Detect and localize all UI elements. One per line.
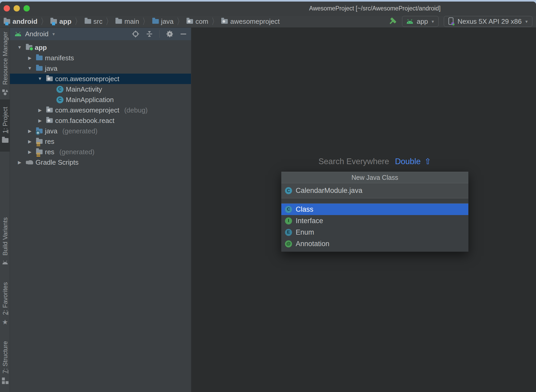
folder-icon <box>115 19 122 24</box>
tree-item-java[interactable]: ▼java <box>10 63 191 74</box>
tree-item-res[interactable]: ▶res(generated) <box>10 147 191 157</box>
breadcrumb-separator-icon: 〉 <box>210 16 219 27</box>
tree-item-app[interactable]: ▼app <box>10 42 191 53</box>
kind-item-enum[interactable]: EEnum <box>281 227 468 238</box>
breadcrumb-separator-icon: 〉 <box>39 16 48 27</box>
chevron-down-icon: ▼ <box>52 32 56 36</box>
android-icon <box>14 32 22 37</box>
expanded-arrow-icon[interactable]: ▼ <box>16 45 24 50</box>
breadcrumb-label: java <box>161 17 174 26</box>
collapsed-arrow-icon[interactable]: ▶ <box>26 55 34 61</box>
kind-item-annotation[interactable]: @Annotation <box>281 238 468 250</box>
interface-icon: I <box>285 217 292 224</box>
shift-key-icon: ⇧ <box>424 157 431 166</box>
device-select[interactable]: Nexus 5X API 29 x86 ▼ <box>444 16 532 27</box>
minimize-window-button[interactable] <box>14 5 20 11</box>
breadcrumb-item-com[interactable]: com <box>187 17 208 26</box>
hide-panel-minus-icon[interactable] <box>180 30 187 38</box>
kind-item-label: Class <box>296 205 313 213</box>
project-view-value: Android <box>25 30 49 38</box>
tree-item-com-awesomeproject[interactable]: ▶com.awesomeproject(debug) <box>10 105 191 115</box>
tree-item-label: Gradle Scripts <box>36 158 79 167</box>
tree-item-java[interactable]: ▶✻java(generated) <box>10 126 191 136</box>
breadcrumb-item-src[interactable]: src <box>85 17 103 26</box>
tree-item-com-awesomeproject[interactable]: ▼com.awesomeproject <box>10 74 191 84</box>
settings-gear-icon[interactable] <box>166 30 174 38</box>
tree-item-label: res <box>45 138 54 146</box>
class-icon: C <box>285 206 292 213</box>
tool-window-label: 7: Structure <box>1 341 9 373</box>
expanded-arrow-icon[interactable]: ▼ <box>26 66 34 71</box>
project-view-selector[interactable]: Android ▼ <box>14 30 55 38</box>
tree-item-label: manifests <box>45 54 74 62</box>
tree-item-gradle-scripts[interactable]: ▶Gradle Scripts <box>10 157 191 168</box>
breadcrumb-item-java[interactable]: java <box>152 17 174 26</box>
tree-item-label: com.awesomeproject <box>55 106 119 114</box>
project-folder-icon <box>2 138 8 143</box>
breadcrumb-item-awesomeproject[interactable]: awesomeproject <box>221 17 279 26</box>
search-shortcut-text: Double <box>395 157 421 166</box>
screen: AwesomeProject [~/src/AwesomeProject/and… <box>0 0 536 392</box>
collapsed-arrow-icon[interactable]: ▶ <box>26 149 34 155</box>
tool-window-label: 2: Favorites <box>1 282 9 315</box>
tree-item-label: app <box>35 44 47 52</box>
breadcrumb-label: main <box>124 17 139 26</box>
zoom-window-button[interactable] <box>24 5 30 11</box>
tree-item-label: MainActivity <box>66 85 102 93</box>
run-toolbar: app ▼ Nexus 5X API 29 x86 ▼ <box>388 16 532 27</box>
folder-blue-icon <box>36 66 43 71</box>
kind-item-interface[interactable]: IInterface <box>281 215 468 227</box>
collapse-all-icon[interactable] <box>146 30 153 38</box>
traffic-lights <box>4 5 30 11</box>
locate-file-icon[interactable] <box>132 30 139 38</box>
folder-icon <box>1 136 9 144</box>
collapsed-arrow-icon[interactable]: ▶ <box>26 128 34 134</box>
class-name-input[interactable]: C CalendarModule.java <box>281 183 468 198</box>
folder-blue-icon <box>152 19 159 24</box>
project-panel-header: Android ▼ <box>10 28 191 40</box>
folder-mod-icon <box>4 19 10 24</box>
breadcrumb-item-android[interactable]: android <box>4 17 37 26</box>
tree-item-hint: (generated) <box>59 148 94 156</box>
tree-item-mainactivity[interactable]: CMainActivity <box>10 84 191 94</box>
window-title: AwesomeProject [~/src/AwesomeProject/and… <box>309 5 440 12</box>
tree-item-com-facebook-react[interactable]: ▶com.facebook.react <box>10 115 191 126</box>
tool-window-button-resource-manager[interactable]: Resource Manager <box>0 28 10 99</box>
app-window: AwesomeProject [~/src/AwesomeProject/and… <box>0 2 536 392</box>
tree-item-res[interactable]: ▶res <box>10 136 191 147</box>
class-icon: C <box>285 187 292 194</box>
breadcrumb-separator-icon: 〉 <box>176 16 184 27</box>
breadcrumb-item-main[interactable]: main <box>115 17 139 26</box>
folder-pkg-icon <box>46 108 53 112</box>
enum-icon: E <box>285 229 292 236</box>
tool-window-button-7-structure[interactable]: 7: Structure <box>0 333 10 392</box>
tree-item-hint: (debug) <box>124 106 148 114</box>
folder-gen-icon: ✻ <box>36 129 43 133</box>
collapsed-arrow-icon[interactable]: ▶ <box>36 108 44 113</box>
popup-title: New Java Class <box>351 174 398 181</box>
build-hammer-icon[interactable] <box>388 17 397 26</box>
collapsed-arrow-icon[interactable]: ▶ <box>26 139 34 144</box>
tree-item-mainapplication[interactable]: CMainApplication <box>10 94 191 105</box>
run-configuration-select[interactable]: app ▼ <box>402 16 439 27</box>
tool-window-button-build-variants[interactable]: Build Variants <box>0 209 10 275</box>
breadcrumb-item-app[interactable]: app <box>50 17 71 26</box>
folder-res-icon <box>36 139 43 144</box>
folder-res-icon <box>36 150 43 154</box>
tool-window-button-2-favorites[interactable]: ★2: Favorites <box>0 275 10 333</box>
new-java-class-popup: New Java Class C CalendarModule.java CCl… <box>281 171 469 252</box>
close-window-button[interactable] <box>4 5 10 11</box>
tree-item-manifests[interactable]: ▶manifests <box>10 53 191 63</box>
collapsed-arrow-icon[interactable]: ▶ <box>16 160 24 165</box>
star-icon: ★ <box>2 318 8 326</box>
kind-item-label: Interface <box>296 217 323 225</box>
device-phone-icon <box>448 17 455 26</box>
kind-item-class[interactable]: CClass <box>281 204 468 215</box>
folder-blue-icon <box>36 56 43 60</box>
class-name-value: CalendarModule.java <box>296 187 362 195</box>
collapsed-arrow-icon[interactable]: ▶ <box>36 118 44 123</box>
android-icon <box>1 259 9 266</box>
tool-window-button-1-project[interactable]: 1: Project <box>0 99 10 152</box>
expanded-arrow-icon[interactable]: ▼ <box>36 76 44 81</box>
breadcrumb-label: com <box>195 17 208 26</box>
